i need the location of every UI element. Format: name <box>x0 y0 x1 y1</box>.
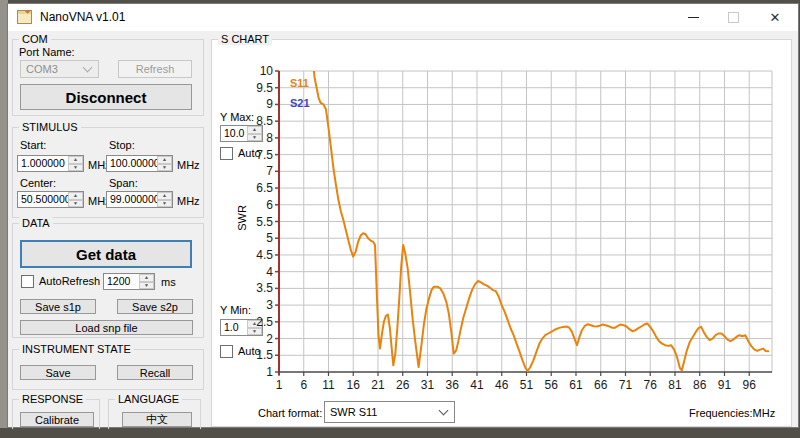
center-value[interactable]: 50.500000 <box>18 192 68 207</box>
chevron-down-icon <box>439 406 449 416</box>
stop-spinner: 100.000000 ▲▼ <box>106 155 173 172</box>
get-data-button[interactable]: Get data <box>20 240 192 268</box>
svg-text:56: 56 <box>545 378 559 390</box>
app-window: NanoVNA v1.01 ✕ COM Port Name: COM3 Refr… <box>7 3 799 428</box>
save-s1p-button[interactable]: Save s1p <box>20 299 96 314</box>
svg-text:6.5: 6.5 <box>256 181 273 195</box>
svg-text:81: 81 <box>668 378 682 390</box>
svg-text:2.5: 2.5 <box>256 315 273 329</box>
ymax-auto-checkbox[interactable] <box>220 147 233 160</box>
app-icon <box>17 10 32 24</box>
calibrate-button[interactable]: Calibrate <box>20 412 94 427</box>
spinner-up-button[interactable]: ▲ <box>68 192 83 200</box>
stop-label: Stop: <box>109 139 135 151</box>
interval-spinner: 1200 ▲▼ <box>103 273 155 290</box>
swr-chart-canvas: 109.598.587.576.565.554.543.532.521.5116… <box>237 60 787 390</box>
refresh-button[interactable]: Refresh <box>118 60 192 78</box>
svg-text:7: 7 <box>266 164 273 178</box>
autorefresh-label: AutoRefresh <box>39 275 100 287</box>
close-button[interactable]: ✕ <box>756 4 794 31</box>
save-state-button[interactable]: Save <box>20 365 96 380</box>
chart-format-select[interactable]: SWR S11 <box>324 401 455 423</box>
chart-format-value: SWR S11 <box>330 406 377 418</box>
stop-value[interactable]: 100.000000 <box>107 156 157 171</box>
stop-unit-label: MHz <box>177 159 200 171</box>
port-select-value: COM3 <box>26 63 58 75</box>
title-bar: NanoVNA v1.01 ✕ <box>8 4 798 31</box>
svg-text:26: 26 <box>396 378 410 390</box>
svg-text:11: 11 <box>322 378 335 390</box>
ymin-auto-checkbox[interactable] <box>220 345 233 358</box>
load-snp-file-button[interactable]: Load snp file <box>20 320 193 335</box>
s-chart-group: S CHART Y Max: 10.0 ▲▼ Auto SWR Y Min: 1… <box>211 39 792 427</box>
save-s2p-button[interactable]: Save s2p <box>117 299 193 314</box>
port-name-label: Port Name: <box>19 46 75 58</box>
language-group-label: LANGUAGE <box>115 393 182 405</box>
disconnect-button[interactable]: Disconnect <box>20 84 192 110</box>
spinner-down-button[interactable]: ▼ <box>68 200 83 208</box>
svg-text:9.5: 9.5 <box>256 81 273 95</box>
maximize-icon <box>728 12 739 23</box>
data-group-label: DATA <box>19 217 53 229</box>
stimulus-group-label: STIMULUS <box>19 121 81 133</box>
com-group: COM Port Name: COM3 Refresh Disconnect <box>12 39 204 116</box>
svg-text:91: 91 <box>718 378 732 390</box>
spinner-down-button[interactable]: ▼ <box>68 164 83 172</box>
center-spinner: 50.500000 ▲▼ <box>17 191 84 208</box>
legend-s21: S21 <box>290 97 310 109</box>
svg-text:8: 8 <box>266 131 273 145</box>
spinner-down-button[interactable]: ▼ <box>157 164 172 172</box>
start-spinner: 1.000000 ▲▼ <box>17 155 84 172</box>
instrument-state-group-label: INSTRUMENT STATE <box>19 343 134 355</box>
spinner-down-button[interactable]: ▼ <box>157 200 172 208</box>
spinner-up-button[interactable]: ▲ <box>157 192 172 200</box>
svg-text:3: 3 <box>266 298 273 312</box>
com-group-label: COM <box>19 33 51 45</box>
chart-format-label: Chart format: <box>258 407 322 419</box>
svg-text:10: 10 <box>260 64 274 78</box>
chevron-down-icon <box>83 63 93 73</box>
spinner-up-button[interactable]: ▲ <box>139 274 154 282</box>
x-axis-title: Frequencies:MHz <box>689 407 775 419</box>
span-spinner: 99.000000 ▲▼ <box>106 191 173 208</box>
svg-text:71: 71 <box>619 378 633 390</box>
maximize-button[interactable] <box>714 4 752 31</box>
center-label: Center: <box>20 177 56 189</box>
spinner-down-button[interactable]: ▼ <box>139 282 154 290</box>
svg-text:46: 46 <box>495 378 509 390</box>
interval-unit-label: ms <box>161 276 176 288</box>
legend-s11: S11 <box>290 77 309 89</box>
start-value[interactable]: 1.000000 <box>18 156 68 171</box>
svg-text:36: 36 <box>446 378 460 390</box>
svg-text:6: 6 <box>300 378 307 390</box>
span-label: Span: <box>109 177 138 189</box>
svg-text:7.5: 7.5 <box>256 148 273 162</box>
recall-state-button[interactable]: Recall <box>117 365 193 380</box>
minimize-button[interactable] <box>674 4 712 31</box>
svg-text:1: 1 <box>276 378 283 390</box>
svg-text:86: 86 <box>693 378 707 390</box>
svg-text:76: 76 <box>644 378 658 390</box>
svg-text:61: 61 <box>569 378 583 390</box>
spinner-up-button[interactable]: ▲ <box>157 156 172 164</box>
response-group: RESPONSE Calibrate <box>12 399 100 429</box>
svg-text:4: 4 <box>266 265 273 279</box>
autorefresh-checkbox[interactable] <box>21 275 34 288</box>
interval-value[interactable]: 1200 <box>104 274 139 289</box>
svg-text:16: 16 <box>347 378 361 390</box>
span-unit-label: MHz <box>177 195 200 207</box>
port-select[interactable]: COM3 <box>20 60 99 78</box>
spinner-up-button[interactable]: ▲ <box>68 156 83 164</box>
s11-curve <box>311 60 769 371</box>
svg-text:4.5: 4.5 <box>256 248 273 262</box>
span-value[interactable]: 99.000000 <box>107 192 157 207</box>
svg-text:1: 1 <box>266 365 273 379</box>
svg-text:6: 6 <box>266 198 273 212</box>
language-group: LANGUAGE 中文 <box>108 399 201 429</box>
svg-text:51: 51 <box>520 378 534 390</box>
svg-text:2: 2 <box>266 332 273 346</box>
svg-text:8.5: 8.5 <box>256 114 273 128</box>
language-button[interactable]: 中文 <box>122 412 192 427</box>
instrument-state-group: INSTRUMENT STATE Save Recall <box>12 349 204 390</box>
svg-text:3.5: 3.5 <box>256 281 273 295</box>
